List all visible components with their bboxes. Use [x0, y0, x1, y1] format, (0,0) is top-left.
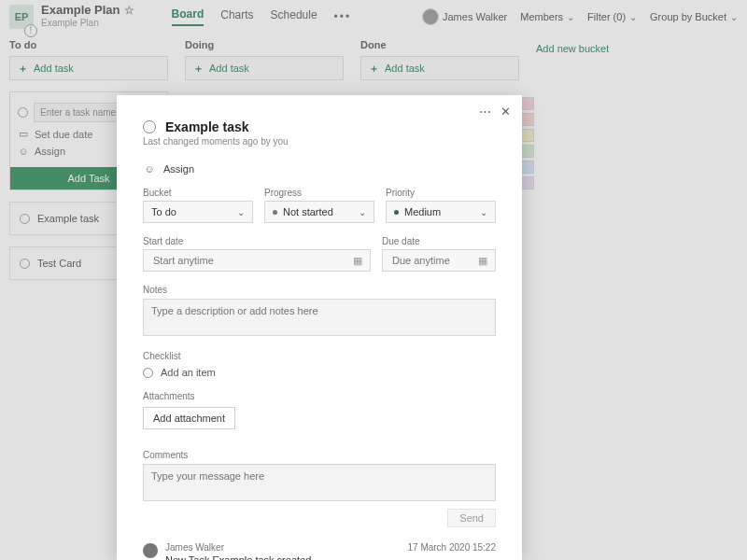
activity-entry: James Walker 17 March 2020 15:22 New Tas…	[143, 542, 496, 560]
priority-value: Medium	[404, 206, 441, 217]
start-date-input[interactable]: ▦	[143, 249, 371, 272]
assign-button[interactable]: ☺ Assign	[143, 163, 496, 175]
attachments-label: Attachments	[143, 391, 496, 401]
priority-label: Priority	[386, 188, 496, 198]
send-button[interactable]: Send	[447, 509, 496, 527]
activity-text: New Task Example task created	[165, 554, 496, 560]
person-icon: ☺	[143, 163, 156, 175]
assign-label: Assign	[163, 163, 194, 175]
progress-select[interactable]: Not started ⌄	[264, 201, 374, 223]
avatar-icon	[143, 543, 158, 558]
activity-timestamp: 17 March 2020 15:22	[407, 542, 496, 553]
start-date-field[interactable]	[151, 254, 226, 267]
start-date-label: Start date	[143, 236, 371, 246]
progress-value: Not started	[283, 206, 333, 217]
notes-label: Notes	[143, 285, 496, 295]
comment-textarea[interactable]	[143, 464, 496, 501]
calendar-icon: ▦	[353, 255, 362, 267]
due-date-input[interactable]: ▦	[382, 249, 496, 272]
chevron-down-icon: ⌄	[359, 207, 366, 217]
bucket-select[interactable]: To do ⌄	[143, 201, 253, 223]
progress-label: Progress	[264, 188, 374, 198]
more-icon[interactable]: ⋯	[479, 105, 491, 119]
bucket-value: To do	[151, 206, 176, 217]
add-attachment-button[interactable]: Add attachment	[143, 407, 235, 429]
priority-dot-icon	[394, 210, 399, 215]
calendar-icon: ▦	[478, 255, 487, 267]
checklist-label: Checklist	[143, 351, 496, 361]
close-icon[interactable]: ✕	[500, 105, 511, 119]
activity-author: James Walker	[165, 542, 224, 553]
chevron-down-icon: ⌄	[237, 207, 245, 217]
notes-textarea[interactable]	[143, 299, 496, 336]
last-changed: Last changed moments ago by you	[143, 136, 496, 147]
priority-select[interactable]: Medium ⌄	[386, 201, 496, 223]
circle-icon	[143, 368, 153, 378]
chevron-down-icon: ⌄	[480, 207, 487, 217]
checklist-add-item[interactable]: Add an item	[143, 367, 496, 378]
due-date-label: Due date	[382, 236, 496, 246]
bucket-label: Bucket	[143, 188, 253, 198]
checklist-add-label: Add an item	[161, 367, 216, 378]
task-details-modal: ⋯ ✕ Example task Last changed moments ag…	[117, 95, 522, 560]
task-title[interactable]: Example task	[165, 119, 249, 134]
comments-label: Comments	[143, 450, 496, 460]
status-dot-icon	[273, 210, 277, 215]
complete-toggle[interactable]	[143, 120, 156, 133]
due-date-field[interactable]	[390, 254, 465, 267]
